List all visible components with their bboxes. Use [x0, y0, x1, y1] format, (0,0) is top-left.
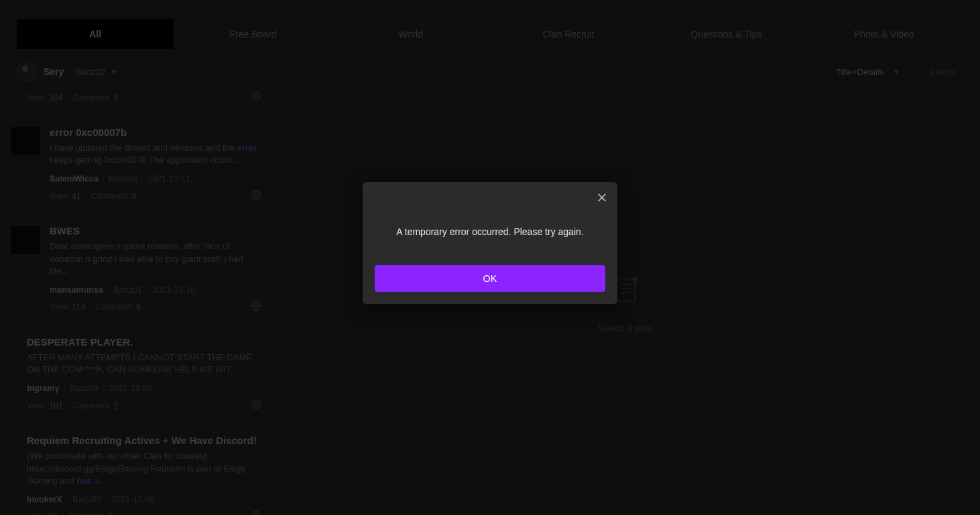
close-icon[interactable] [596, 192, 608, 206]
modal-message: A temporary error occurred. Please try a… [381, 226, 599, 237]
modal-overlay: A temporary error occurred. Please try a… [0, 0, 980, 515]
error-modal: A temporary error occurred. Please try a… [363, 182, 617, 304]
ok-button[interactable]: OK [375, 265, 605, 292]
